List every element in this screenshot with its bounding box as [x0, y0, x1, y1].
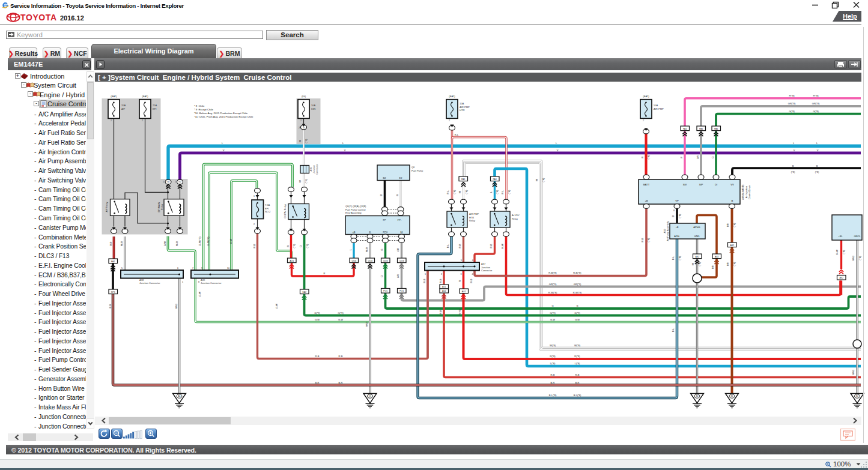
svg-text:2: 2	[111, 119, 112, 122]
svg-text:GR(*9): GR(*9)	[549, 283, 557, 286]
svg-text:IG2: IG2	[167, 181, 170, 183]
svg-text:B: B	[816, 164, 818, 167]
svg-text:(*8): (*8)	[465, 190, 468, 194]
svg-text:6: 6	[177, 267, 178, 270]
svg-text:W: W	[535, 179, 538, 181]
svg-text:EFI: EFI	[265, 207, 269, 210]
svg-text:G-W: G-W	[550, 318, 555, 321]
svg-text:DI: DI	[401, 230, 403, 233]
svg-text:PA1: PA1	[714, 128, 718, 130]
svg-text:Ai-VSV: Ai-VSV	[512, 214, 520, 217]
svg-text:G(*9): G(*9)	[314, 312, 320, 315]
svg-text:GR: GR	[696, 155, 699, 159]
svg-text:(*8): (*8)	[678, 256, 681, 260]
svg-text:A39: A39	[201, 279, 205, 282]
svg-text:R-B: R-B	[253, 244, 256, 248]
svg-text:A52: A52	[442, 290, 446, 292]
svg-text:2: 2	[643, 119, 644, 122]
svg-text:2: 2	[175, 181, 176, 183]
svg-text:A38: A38	[139, 279, 144, 282]
svg-text:A51: A51	[442, 286, 446, 288]
svg-text:(BAT): (BAT)	[111, 95, 117, 98]
svg-text:10: 10	[227, 267, 229, 270]
svg-text:W-B: W-B	[365, 247, 368, 252]
svg-text:* 8 :Chile: * 8 :Chile	[194, 104, 205, 107]
svg-text:B: B	[380, 194, 383, 196]
svg-text:(IG): (IG)	[302, 95, 306, 98]
svg-text:9: 9	[201, 267, 202, 270]
svg-text:10A: 10A	[311, 104, 316, 107]
svg-text:IGN: IGN	[311, 107, 315, 110]
svg-text:Control Driver: Control Driver	[748, 184, 751, 199]
svg-text:Q6(C),Q8(A),Q9(B): Q6(C),Q8(A),Q9(B)	[345, 205, 366, 208]
svg-text:G: G	[576, 304, 578, 307]
svg-text:Relay: Relay	[469, 219, 475, 222]
svg-text:50A: 50A	[654, 104, 658, 107]
svg-text:W-B: W-B	[175, 304, 178, 309]
svg-text:R-B: R-B	[575, 373, 580, 376]
svg-text:Junction Connector: Junction Connector	[201, 282, 222, 285]
svg-text:Connector: Connector	[481, 269, 493, 272]
svg-text:C/OPN Relay: C/OPN Relay	[284, 204, 287, 218]
svg-text:26: 26	[299, 127, 301, 129]
svg-text:G(*9): G(*9)	[550, 312, 556, 315]
svg-text:R-B: R-B	[439, 279, 442, 283]
svg-text:Relay: Relay	[160, 204, 163, 210]
svg-text:B-L: B-L	[672, 256, 675, 260]
svg-text:B-R: B-R	[109, 241, 112, 246]
svg-text:R-B: R-B	[470, 279, 473, 283]
svg-text:Q6: Q6	[411, 166, 415, 169]
svg-text:A62: A62	[840, 277, 843, 279]
svg-text:L: L	[342, 142, 344, 145]
svg-text:R-B(*8): R-B(*8)	[548, 271, 557, 274]
svg-text:(*8): (*8)	[678, 214, 681, 218]
svg-text:R-W(*8): R-W(*8)	[573, 291, 582, 294]
svg-text:FO1: FO1	[399, 290, 404, 292]
svg-text:QO3: QO3	[351, 260, 356, 262]
svg-text:G: G	[380, 275, 383, 277]
svg-text:W-B: W-B	[365, 322, 368, 327]
svg-text:PA1: PA1	[699, 128, 703, 130]
svg-text:1: 1	[182, 281, 183, 283]
svg-text:Air Pump Assembly: Air Pump Assembly	[667, 221, 669, 241]
svg-text:*10 :Before Aug. 2015 Producti: *10 :Before Aug. 2015 Production Except …	[194, 112, 248, 115]
svg-text:R: R	[396, 194, 399, 196]
svg-text:E: E	[369, 230, 371, 233]
svg-text:L: L	[793, 142, 795, 145]
svg-text:B-R: B-R	[315, 381, 320, 384]
svg-text:W(*8): W(*8)	[550, 344, 556, 347]
svg-text:Junction: Junction	[313, 165, 315, 173]
svg-text:B2: B2	[856, 395, 858, 397]
svg-text:APHG: APHG	[693, 226, 700, 229]
svg-text:EFI: EFI	[153, 107, 156, 110]
svg-text:(*8): (*8)	[542, 178, 545, 182]
svg-text:GR: GR	[396, 274, 399, 278]
svg-text:R-W: R-W	[836, 250, 839, 255]
svg-text:*11 :Chile, From Aug. 2015 Pro: *11 :Chile, From Aug. 2015 Production Ex…	[194, 115, 253, 118]
svg-text:AO1: AO1	[290, 260, 294, 262]
svg-text:R-B: R-B	[458, 244, 461, 248]
svg-text:A82: A82	[696, 256, 699, 258]
svg-text:G-W: G-W	[275, 304, 278, 309]
svg-text:2: 2	[300, 119, 302, 122]
svg-text:PA1: PA1	[461, 178, 466, 181]
svg-text:2: 2	[441, 273, 442, 276]
svg-text:(*8): (*8)	[647, 238, 650, 242]
svg-text:QO3: QO3	[383, 260, 388, 262]
svg-text:NO.2: NO.2	[265, 210, 271, 213]
svg-text:R-W(*8): R-W(*8)	[548, 291, 557, 294]
svg-text:B: B	[792, 164, 794, 167]
svg-text:R-B: R-B	[490, 244, 493, 248]
svg-text:Q1: Q1	[369, 395, 371, 397]
svg-text:B1: B1	[731, 395, 733, 397]
svg-text:R: R	[287, 245, 290, 247]
svg-text:B: B	[732, 199, 733, 202]
svg-text:AO1: AO1	[462, 291, 466, 293]
svg-text:V: V	[817, 149, 819, 152]
svg-text:A36: A36	[310, 167, 312, 172]
svg-text:P(*8): P(*8)	[789, 94, 795, 97]
svg-text:BR: BR	[726, 223, 729, 227]
svg-text:(BAT): (BAT)	[449, 95, 455, 98]
svg-text:R-B: R-B	[339, 355, 343, 358]
svg-text:HTR: HTR	[460, 109, 464, 112]
